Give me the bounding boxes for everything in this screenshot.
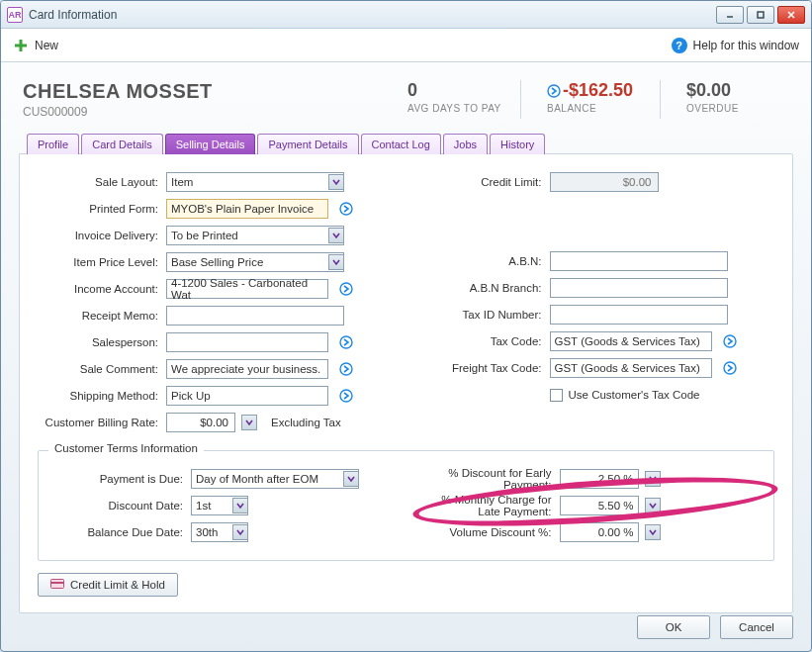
chevron-down-icon xyxy=(328,254,344,270)
late-charge-label: % Monthly Charge for Late Payment: xyxy=(421,494,560,517)
help-icon: ? xyxy=(672,38,687,53)
tab-card-details[interactable]: Card Details xyxy=(81,134,163,154)
invoice-delivery-select[interactable]: To be Printed xyxy=(166,226,344,245)
shipping-method-label: Shipping Method: xyxy=(38,390,166,402)
credit-limit-field: $0.00 xyxy=(550,172,659,192)
salesperson-label: Salesperson: xyxy=(38,336,166,348)
excluding-tax-label: Excluding Tax xyxy=(271,417,341,428)
balance-label: BALANCE xyxy=(547,103,650,114)
freight-tax-label: Freight Tax Code: xyxy=(421,362,550,374)
salesperson-input[interactable] xyxy=(166,332,328,352)
billing-rate-label: Customer Billing Rate: xyxy=(38,417,166,428)
chevron-down-icon xyxy=(232,498,248,513)
customer-name: CHELSEA MOSSET xyxy=(23,80,382,103)
lookup-icon[interactable] xyxy=(338,201,354,217)
app-icon: AR xyxy=(7,7,23,23)
use-customer-tax-checkbox[interactable]: Use Customer's Tax Code xyxy=(550,389,700,402)
sale-layout-select[interactable]: Item xyxy=(166,172,344,192)
receipt-memo-input[interactable] xyxy=(166,306,344,326)
lookup-icon[interactable] xyxy=(338,281,354,297)
ok-button[interactable]: OK xyxy=(637,615,710,639)
tab-payment-details[interactable]: Payment Details xyxy=(257,134,358,154)
tab-jobs[interactable]: Jobs xyxy=(443,134,488,154)
tab-selling-details[interactable]: Selling Details xyxy=(165,134,256,154)
chevron-down-icon[interactable] xyxy=(241,415,257,430)
income-account-input[interactable]: 4-1200 Sales - Carbonated Wat xyxy=(166,279,328,299)
minimize-button[interactable] xyxy=(716,6,744,24)
plus-icon xyxy=(13,38,29,53)
tax-id-input[interactable] xyxy=(550,305,728,325)
printed-form-input[interactable]: MYOB's Plain Paper Invoice xyxy=(166,199,328,219)
new-button[interactable]: New xyxy=(13,38,58,53)
help-link[interactable]: ? Help for this window xyxy=(672,38,799,53)
abn-branch-input[interactable] xyxy=(550,278,728,298)
discount-date-label: Discount Date: xyxy=(52,500,191,512)
window-title: Card Information xyxy=(29,8,117,22)
late-charge-input[interactable]: 5.50 % xyxy=(560,496,639,515)
income-account-label: Income Account: xyxy=(38,283,166,295)
svg-rect-1 xyxy=(758,12,764,18)
svg-point-6 xyxy=(548,85,560,97)
abn-label: A.B.N: xyxy=(421,255,550,267)
balance-due-select[interactable]: 30th xyxy=(191,522,248,542)
volume-discount-label: Volume Discount %: xyxy=(421,526,560,538)
receipt-memo-label: Receipt Memo: xyxy=(38,310,166,322)
overdue-value: $0.00 xyxy=(686,80,789,101)
discount-date-select[interactable]: 1st xyxy=(191,496,248,515)
payment-due-select[interactable]: Day of Month after EOM xyxy=(191,469,359,489)
chevron-down-icon xyxy=(328,174,344,190)
new-label: New xyxy=(35,39,58,52)
customer-id: CUS000009 xyxy=(23,105,382,119)
lookup-icon[interactable] xyxy=(338,361,354,377)
credit-limit-hold-label: Credit Limit & Hold xyxy=(70,579,165,591)
lookup-icon[interactable] xyxy=(338,388,354,404)
close-button[interactable] xyxy=(777,6,805,24)
avg-days-label: AVG DAYS TO PAY xyxy=(407,103,510,114)
billing-rate-input[interactable]: $0.00 xyxy=(166,413,235,432)
credit-limit-hold-button[interactable]: Credit Limit & Hold xyxy=(38,573,178,597)
chevron-down-icon[interactable] xyxy=(645,498,661,513)
freight-tax-input[interactable]: GST (Goods & Services Tax) xyxy=(550,358,712,378)
lookup-icon[interactable] xyxy=(338,334,354,350)
terms-group-title: Customer Terms Information xyxy=(48,442,204,454)
balance-drill-icon xyxy=(547,84,561,98)
maximize-button[interactable] xyxy=(747,6,774,24)
balance-value[interactable]: -$162.50 xyxy=(547,80,633,101)
sale-layout-label: Sale Layout: xyxy=(38,176,166,188)
sale-comment-input[interactable]: We appreciate your business. xyxy=(166,359,328,379)
tax-code-label: Tax Code: xyxy=(421,335,550,347)
item-price-select[interactable]: Base Selling Price xyxy=(166,252,344,272)
lookup-icon[interactable] xyxy=(722,360,738,376)
printed-form-label: Printed Form: xyxy=(38,203,166,215)
balance-due-label: Balance Due Date: xyxy=(52,526,191,538)
chevron-down-icon[interactable] xyxy=(645,471,661,487)
credit-limit-label: Credit Limit: xyxy=(421,176,550,188)
abn-input[interactable] xyxy=(550,251,728,271)
shipping-method-input[interactable]: Pick Up xyxy=(166,386,328,406)
card-icon xyxy=(50,579,64,591)
help-label: Help for this window xyxy=(693,39,799,52)
tax-code-input[interactable]: GST (Goods & Services Tax) xyxy=(550,331,712,351)
chevron-down-icon xyxy=(328,228,344,243)
avg-days-value: 0 xyxy=(407,80,510,101)
tab-profile[interactable]: Profile xyxy=(27,134,79,154)
volume-discount-input[interactable]: 0.00 % xyxy=(560,522,639,542)
chevron-down-icon xyxy=(232,524,248,540)
invoice-delivery-label: Invoice Delivery: xyxy=(38,230,166,241)
svg-point-11 xyxy=(340,390,352,402)
cancel-button[interactable]: Cancel xyxy=(720,615,793,639)
svg-point-10 xyxy=(340,363,352,375)
tab-contact-log[interactable]: Contact Log xyxy=(361,134,441,154)
early-discount-label: % Discount for Early Payment: xyxy=(421,467,560,491)
early-discount-input[interactable]: 2.50 % xyxy=(560,469,639,489)
svg-point-9 xyxy=(340,336,352,348)
tab-history[interactable]: History xyxy=(490,134,545,154)
chevron-down-icon[interactable] xyxy=(645,524,661,540)
svg-point-8 xyxy=(340,283,352,295)
svg-point-12 xyxy=(724,335,736,347)
overdue-label: OVERDUE xyxy=(686,103,789,114)
checkbox-icon xyxy=(550,389,563,402)
lookup-icon[interactable] xyxy=(722,333,738,349)
sale-comment-label: Sale Comment: xyxy=(38,363,166,375)
tax-id-label: Tax ID Number: xyxy=(421,309,550,321)
